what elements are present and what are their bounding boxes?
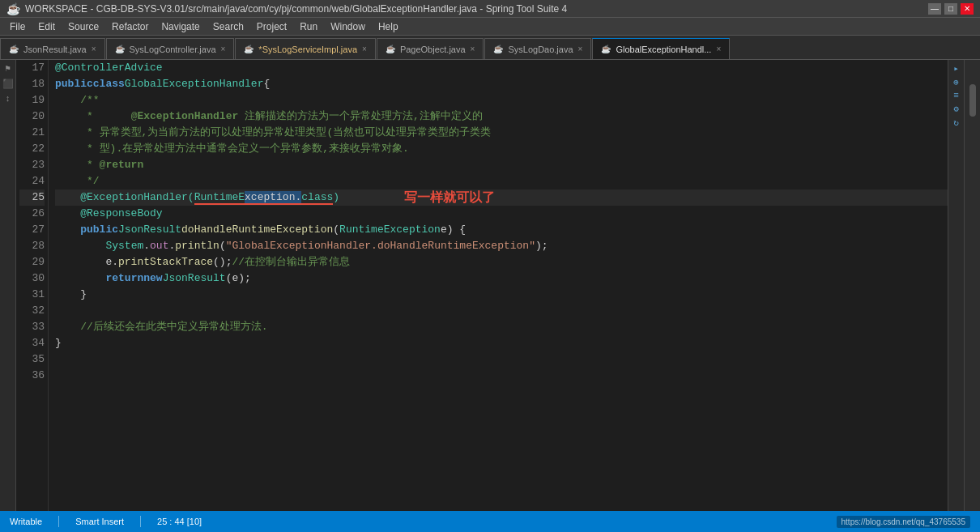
tab-close-tab2[interactable]: × bbox=[221, 45, 226, 53]
code-line-32 bbox=[55, 303, 948, 319]
line-number-20: 20 bbox=[19, 109, 45, 125]
line-number-22: 22 bbox=[19, 141, 45, 157]
watermark: https://blog.csdn.net/qq_43765535 bbox=[837, 516, 970, 528]
status-writable: Writable bbox=[10, 517, 42, 526]
line-number-23: 23 bbox=[19, 157, 45, 173]
tab-close-tab5[interactable]: × bbox=[578, 45, 583, 53]
exception-handler-annotation: @ExceptionHandler(RuntimeException.class… bbox=[55, 189, 339, 206]
code-line-31: } bbox=[55, 287, 948, 303]
tab-icon-tab1: ☕ bbox=[9, 45, 19, 53]
tab-tab1[interactable]: ☕JsonResult.java× bbox=[0, 38, 105, 59]
line-number-29: 29 bbox=[19, 254, 45, 270]
status-insert-mode: Smart Insert bbox=[75, 517, 124, 526]
code-line-29: e.printStackTrace();//在控制台输出异常信息 bbox=[55, 254, 948, 270]
line-number-30: 30 bbox=[19, 270, 45, 287]
tab-icon-tab5: ☕ bbox=[493, 45, 503, 53]
tab-close-tab1[interactable]: × bbox=[92, 45, 96, 53]
tab-tab3[interactable]: ☕*SysLogServiceImpl.java× bbox=[235, 38, 376, 59]
code-area: @ControllerAdvicepublic class GlobalExce… bbox=[49, 60, 948, 511]
tab-label-tab3: *SysLogServiceImpl.java bbox=[258, 45, 357, 54]
tab-label-tab4: PageObject.java bbox=[400, 45, 466, 54]
line-number-31: 31 bbox=[19, 287, 45, 303]
scrollbar-thumb[interactable] bbox=[969, 84, 976, 117]
writable-label: Writable bbox=[10, 517, 42, 526]
editor-container: ⚑ ⬛ ↕ 1718192021222324252627282930313233… bbox=[0, 60, 980, 511]
kw-class: class bbox=[93, 76, 125, 92]
maximize-button[interactable]: □ bbox=[944, 3, 957, 15]
sidebar-icon-3[interactable]: ↕ bbox=[5, 94, 11, 104]
sidebar-icon-2[interactable]: ⬛ bbox=[2, 79, 14, 89]
status-position: 25 : 44 [10] bbox=[157, 517, 202, 526]
code-line-21: * 异常类型,为当前方法的可以处理的异常处理类型(当然也可以处理异常类型的子类类 bbox=[55, 125, 948, 141]
code-line-30: return new JsonResult(e); bbox=[55, 270, 948, 287]
right-icon-1[interactable]: ▸ bbox=[953, 63, 959, 74]
code-line-23: * @return bbox=[55, 157, 948, 173]
tab-close-tab4[interactable]: × bbox=[471, 45, 475, 53]
line-number-36: 36 bbox=[19, 368, 45, 384]
annotation-span: @ControllerAdvice bbox=[55, 60, 163, 76]
sidebar-icon-1[interactable]: ⚑ bbox=[5, 63, 11, 74]
menu-bar: FileEditSourceRefactorNavigateSearchProj… bbox=[0, 18, 980, 36]
menu-item-window[interactable]: Window bbox=[324, 19, 372, 34]
tab-tab6[interactable]: ☕GlobalExceptionHandl...× bbox=[592, 38, 730, 59]
code-line-24: */ bbox=[55, 173, 948, 189]
code-line-26: @ResponseBody bbox=[55, 206, 948, 222]
code-line-17: @ControllerAdvice bbox=[55, 60, 948, 76]
tab-icon-tab6: ☕ bbox=[601, 45, 611, 53]
code-line-22: * 型).在异常处理方法中通常会定义一个异常参数,来接收异常对象. bbox=[55, 141, 948, 157]
menu-item-refactor[interactable]: Refactor bbox=[105, 19, 155, 34]
line-number-28: 28 bbox=[19, 238, 45, 254]
right-icons: ▸ ⊕ ≡ ⚙ ↻ bbox=[948, 60, 964, 511]
menu-item-edit[interactable]: Edit bbox=[32, 19, 62, 34]
tab-tab5[interactable]: ☕SysLogDao.java× bbox=[484, 38, 591, 59]
menu-item-search[interactable]: Search bbox=[207, 19, 250, 34]
menu-item-navigate[interactable]: Navigate bbox=[155, 19, 206, 34]
code-line-20: * @ExceptionHandler 注解描述的方法为一个异常处理方法,注解中… bbox=[55, 109, 948, 125]
line-number-17: 17 bbox=[19, 60, 45, 76]
app-icon: ☕ bbox=[6, 2, 20, 15]
tab-label-tab2: SysLogController.java bbox=[130, 45, 216, 54]
line-number-35: 35 bbox=[19, 351, 45, 368]
code-line-28: System.out.println("GlobalExceptionHandl… bbox=[55, 238, 948, 254]
tab-tab4[interactable]: ☕PageObject.java× bbox=[377, 38, 484, 59]
status-bar: Writable Smart Insert 25 : 44 [10] https… bbox=[0, 511, 980, 532]
menu-item-file[interactable]: File bbox=[3, 19, 32, 34]
title-bar: ☕ WORKSPACE - CGB-DB-SYS-V3.01/src/main/… bbox=[0, 0, 980, 18]
right-icon-4[interactable]: ⚙ bbox=[953, 104, 959, 114]
tab-bar: ☕JsonResult.java×☕SysLogController.java×… bbox=[0, 36, 980, 60]
code-line-34: } bbox=[55, 335, 948, 351]
line-number-34: 34 bbox=[19, 335, 45, 351]
classname: GlobalExceptionHandler bbox=[125, 76, 264, 92]
right-icon-3[interactable]: ≡ bbox=[953, 91, 959, 100]
tab-icon-tab3: ☕ bbox=[244, 45, 254, 53]
line-numbers: 1718192021222324252627282930313233343536 bbox=[16, 60, 49, 511]
window-title: WORKSPACE - CGB-DB-SYS-V3.01/src/main/ja… bbox=[25, 3, 928, 15]
code-line-25: @ExceptionHandler(RuntimeException.class… bbox=[55, 189, 948, 206]
menu-item-help[interactable]: Help bbox=[372, 19, 405, 34]
line-number-27: 27 bbox=[19, 222, 45, 238]
code-line-33: //后续还会在此类中定义异常处理方法. bbox=[55, 319, 948, 335]
annotation-text: 写一样就可以了 bbox=[404, 189, 495, 206]
tab-label-tab6: GlobalExceptionHandl... bbox=[616, 45, 711, 54]
tab-close-tab3[interactable]: × bbox=[362, 45, 367, 53]
scrollbar-panel[interactable] bbox=[964, 60, 980, 511]
tab-tab2[interactable]: ☕SysLogController.java× bbox=[106, 38, 235, 59]
insert-mode-label: Smart Insert bbox=[75, 517, 124, 526]
code-line-18: public class GlobalExceptionHandler { bbox=[55, 76, 948, 92]
position-label: 25 : 44 [10] bbox=[157, 517, 202, 526]
minimize-button[interactable]: — bbox=[928, 3, 941, 15]
line-number-24: 24 bbox=[19, 173, 45, 189]
close-button[interactable]: ✕ bbox=[961, 3, 974, 15]
right-icon-2[interactable]: ⊕ bbox=[953, 77, 959, 87]
line-number-25: 25 bbox=[19, 189, 45, 206]
tab-close-tab6[interactable]: × bbox=[716, 45, 721, 53]
code-line-27: public JsonResult doHandleRuntimeExcepti… bbox=[55, 222, 948, 238]
tab-icon-tab4: ☕ bbox=[386, 45, 395, 53]
menu-item-source[interactable]: Source bbox=[62, 19, 105, 34]
menu-item-run[interactable]: Run bbox=[293, 19, 324, 34]
right-icon-5[interactable]: ↻ bbox=[953, 117, 959, 128]
menu-item-project[interactable]: Project bbox=[250, 19, 293, 34]
line-number-32: 32 bbox=[19, 303, 45, 319]
status-divider-1 bbox=[58, 516, 59, 527]
code-line-35 bbox=[55, 351, 948, 368]
